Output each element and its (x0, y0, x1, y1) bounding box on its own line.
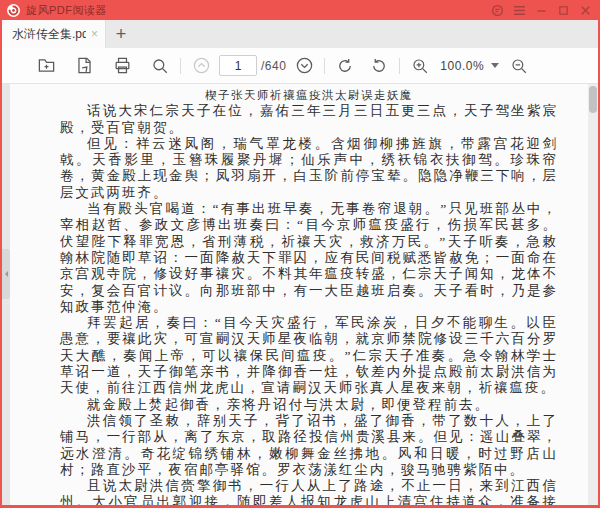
sidebar-toggle-handle[interactable] (2, 249, 10, 299)
next-page-button[interactable] (294, 56, 314, 76)
toolbar: /640 100.0% (2, 48, 598, 84)
new-tab-button[interactable]: + (106, 20, 136, 48)
print-icon[interactable] (112, 56, 132, 76)
tab-document[interactable]: 水浒传全集.pdf × (2, 20, 106, 48)
document-paragraphs: 话说大宋仁宗天子在位，嘉佑三年三月三日五更三点，天子驾坐紫宸殿，受百官朝贺。但见… (60, 103, 558, 505)
close-button[interactable] (577, 2, 593, 18)
toolbar-separator (324, 58, 325, 74)
page-number-input[interactable] (219, 55, 257, 76)
previous-page-button[interactable] (191, 56, 211, 76)
zoom-level-value: 100.0% (440, 59, 484, 73)
scrollbar-thumb[interactable] (589, 86, 597, 113)
document-paragraph: 就金殿上焚起御香，亲将丹诏付与洪太尉，即便登程前去。 (60, 397, 558, 413)
sidebar-collapsed-strip (2, 84, 10, 505)
scrollbar[interactable] (588, 84, 598, 505)
page-total-label: /640 (261, 59, 286, 73)
zoom-level-dropdown[interactable]: 100.0% (440, 59, 499, 73)
chapter-heading: 楔子张天师祈禳瘟疫洪太尉误走妖魔 (60, 87, 558, 103)
feedback-icon[interactable] (489, 2, 505, 18)
tabbar: 水浒传全集.pdf × + (2, 20, 598, 48)
tab-close-icon[interactable]: × (90, 28, 99, 40)
maximize-button[interactable] (555, 2, 571, 18)
document-paragraph: 且说太尉洪信赍擎御书，一行人从上了路途，不止一日，来到江西信州。大小官员出郭迎接… (60, 478, 558, 505)
rotate-clockwise-icon[interactable] (335, 56, 355, 76)
search-icon[interactable] (150, 56, 170, 76)
titlebar: 旋风PDF阅读器 (0, 0, 600, 20)
app-logo-icon (7, 4, 20, 17)
toolbar-separator (399, 58, 400, 74)
minimize-button[interactable] (533, 2, 549, 18)
save-as-icon[interactable] (74, 56, 94, 76)
rotate-counterclockwise-icon[interactable] (369, 56, 389, 76)
toolbar-separator (180, 58, 181, 74)
document-paragraph: 话说大宋仁宗天子在位，嘉佑三年三月三日五更三点，天子驾坐紫宸殿，受百官朝贺。 (60, 103, 558, 136)
app-window: 旋风PDF阅读器 (0, 0, 600, 508)
window-title: 旋风PDF阅读器 (26, 0, 107, 20)
open-file-icon[interactable] (36, 56, 56, 76)
document-viewport: 楔子张天师祈禳瘟疫洪太尉误走妖魔 话说大宋仁宗天子在位，嘉佑三年三月三日五更三点… (2, 84, 598, 505)
zoom-in-icon[interactable] (410, 56, 430, 76)
document-paragraph: 洪信领了圣敕，辞别天子，背了诏书，盛了御香，带了数十人，上了铺马，一行部从，离了… (60, 413, 558, 478)
menu-icon[interactable] (511, 2, 527, 18)
document-paragraph: 但见：祥云迷凤阁，瑞气罩龙楼。含烟御柳拂旌旗，带露宫花迎剑戟。天香影里，玉簪珠履… (60, 136, 558, 201)
pdf-page: 楔子张天师祈禳瘟疫洪太尉误走妖魔 话说大宋仁宗天子在位，嘉佑三年三月三日五更三点… (10, 84, 588, 505)
document-paragraph: 当有殿头官喝道：“有事出班早奏，无事卷帘退朝。”只见班部丛中，宰相赵哲、参政文彦… (60, 201, 558, 315)
document-paragraph: 拜罢起居，奏曰：“目今天灾盛行，军民涂炭，日夕不能聊生。以臣愚意，要禳此灾，可宣… (60, 315, 558, 396)
chevron-down-icon (491, 63, 499, 68)
zoom-out-icon[interactable] (509, 56, 529, 76)
tab-label: 水浒传全集.pdf (12, 26, 86, 43)
